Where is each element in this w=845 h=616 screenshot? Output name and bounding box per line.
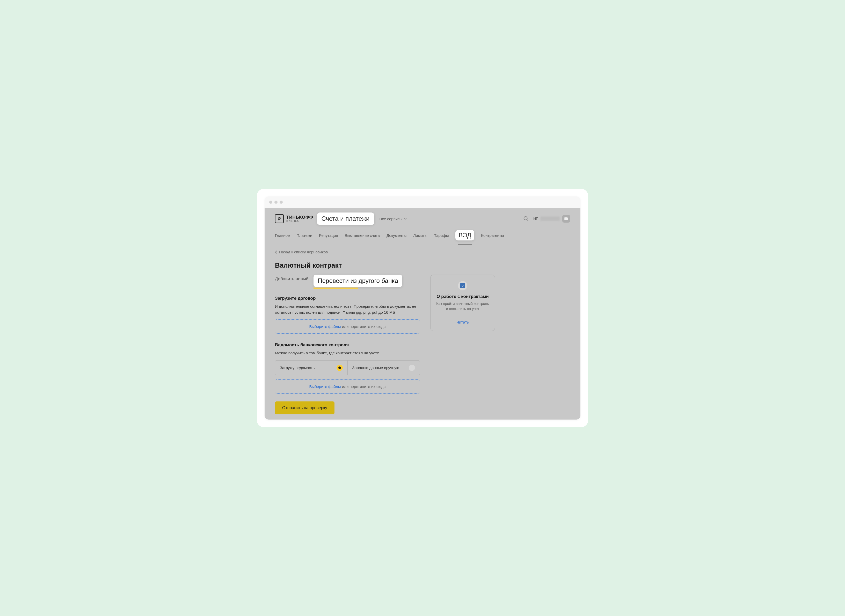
nav-payments[interactable]: Платежи — [296, 233, 312, 238]
chevron-down-icon — [404, 217, 407, 220]
radio-upload-statement[interactable]: Загружу ведомость — [275, 361, 348, 375]
radio-manual-entry[interactable]: Заполню данные вручную — [348, 361, 420, 375]
main-nav: Главное Платежи Репутация Выставление сч… — [265, 226, 580, 245]
window-control[interactable] — [274, 201, 277, 204]
chevron-left-icon — [275, 250, 277, 254]
submit-button[interactable]: Отправить на проверку — [275, 402, 334, 414]
svg-rect-3 — [564, 217, 567, 218]
radio-label: Заполню данные вручную — [352, 365, 399, 370]
window-titlebar — [265, 197, 580, 208]
browser-window: ТИНЬКОФФ БИЗНЕС Счета и платежи Все серв… — [265, 197, 580, 419]
nav-documents[interactable]: Документы — [387, 233, 406, 238]
topbar: ТИНЬКОФФ БИЗНЕС Счета и платежи Все серв… — [265, 208, 580, 226]
svg-point-0 — [524, 217, 527, 220]
svg-line-1 — [527, 220, 528, 221]
dropzone-rest: или перетяните их сюда — [341, 324, 386, 329]
tab-transfer-highlight[interactable]: Перевести из другого банка — [314, 274, 402, 287]
nav-tariffs[interactable]: Тарифы — [434, 233, 449, 238]
all-services-dropdown[interactable]: Все сервисы — [380, 217, 407, 221]
upload-contract-title: Загрузите договор — [275, 296, 420, 301]
info-read-link[interactable]: Читать — [456, 320, 469, 324]
back-link-text: Назад к списку черновиков — [279, 250, 328, 254]
radio-unselected-icon — [409, 365, 415, 371]
info-sub: Как пройти валютный контроль и поставить… — [435, 301, 490, 311]
page-title: Валютный контракт — [275, 261, 570, 270]
nav-ved-highlight[interactable]: ВЭД — [455, 230, 474, 241]
section-highlight-accounts[interactable]: Счета и платежи — [317, 213, 374, 225]
user-name-redacted — [541, 217, 560, 221]
search-icon[interactable] — [522, 215, 530, 222]
tabs: Добавить новый Перевести из другого банк… — [275, 274, 420, 287]
statement-title: Ведомость банковского контроля — [275, 342, 420, 348]
window-control[interactable] — [269, 201, 272, 204]
tab-add-new[interactable]: Добавить новый — [275, 276, 308, 285]
upload-contract-dropzone[interactable]: Выберите файлы или перетяните их сюда — [275, 320, 420, 334]
logo-main: ТИНЬКОФФ — [286, 215, 313, 220]
info-title: О работе с контрактами — [435, 294, 490, 299]
nav-main[interactable]: Главное — [275, 233, 290, 238]
nav-reputation[interactable]: Репутация — [319, 233, 338, 238]
all-services-label: Все сервисы — [380, 217, 403, 221]
user-prefix: ИП — [533, 217, 538, 221]
statement-radio-group: Загружу ведомость Заполню данные вручную — [275, 360, 420, 375]
wallet-icon[interactable] — [562, 215, 570, 223]
help-icon: ? — [458, 281, 467, 290]
choose-files-link: Выберите файлы — [309, 384, 341, 389]
info-card: ? О работе с контрактами Как пройти валю… — [430, 274, 495, 331]
dropzone-rest: или перетяните их сюда — [341, 384, 386, 389]
window-control[interactable] — [280, 201, 283, 204]
statement-desc: Можно получить в том банке, где контракт… — [275, 350, 420, 356]
back-link[interactable]: Назад к списку черновиков — [275, 250, 570, 254]
logo[interactable]: ТИНЬКОФФ БИЗНЕС — [275, 214, 313, 223]
upload-contract-desc: И дополнительные соглашения, если есть. … — [275, 304, 420, 315]
logo-sub: БИЗНЕС — [286, 220, 313, 222]
radio-selected-icon — [337, 365, 343, 371]
upload-statement-dropzone[interactable]: Выберите файлы или перетяните их сюда — [275, 380, 420, 394]
nav-contragents[interactable]: Контрагенты — [481, 233, 504, 238]
nav-invoice[interactable]: Выставление счета — [345, 233, 380, 238]
choose-files-link: Выберите файлы — [309, 324, 341, 329]
logo-emblem-icon — [275, 214, 284, 223]
radio-label: Загружу ведомость — [280, 365, 315, 370]
nav-limits[interactable]: Лимиты — [413, 233, 427, 238]
